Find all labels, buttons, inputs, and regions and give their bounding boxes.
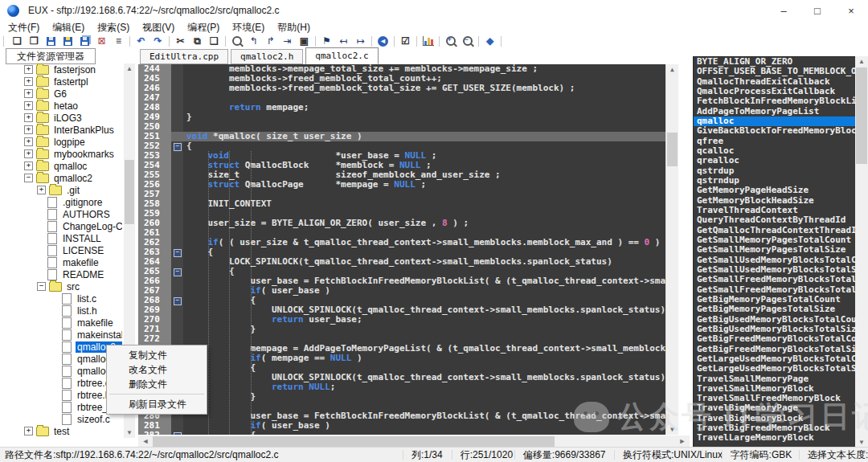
tree-item-qmalloc2-c[interactable]: qmalloc2.c	[0, 341, 122, 353]
menu-item-p[interactable]: 编程(P)	[181, 21, 226, 35]
tree-item-logpipe[interactable]: +logpipe	[0, 136, 122, 148]
code-editor[interactable]: ▲ ▼ 244 memblocks->mempage_total_size +=…	[138, 64, 678, 435]
copy-icon[interactable]: ⧉	[189, 35, 206, 48]
tree-item-install[interactable]: INSTALL	[0, 232, 122, 244]
symbol-item-travelsmallmemoryblock[interactable]: TravelSmallMemoryBlock	[694, 384, 855, 394]
scroll-thumb[interactable]	[856, 67, 867, 164]
symbol-item-getlargeusedmemoryblockstotalcoun[interactable]: GetLargeUsedMemoryBlocksTotalCoun	[694, 354, 855, 364]
fold-marker-icon[interactable]: −	[174, 143, 182, 151]
back-icon[interactable]: ◄	[375, 35, 391, 48]
code-line-249[interactable]: 249}	[138, 112, 678, 122]
tree-item-qmalloc[interactable]: +qmalloc	[0, 160, 122, 172]
code-line-267[interactable]: 267 if( user_base )	[138, 286, 678, 296]
symbol-item-getbigfreedmemoryblockstotalsize[interactable]: GetBigFreedMemoryBlocksTotalSize	[694, 345, 855, 354]
scroll-up-icon[interactable]: ▲	[124, 63, 135, 74]
code-line-256[interactable]: 256 struct QmallocPage *mempage = NULL ;	[138, 180, 678, 190]
expand-icon[interactable]: +	[24, 89, 33, 98]
menu-item-h[interactable]: 帮助(H)	[271, 21, 317, 35]
symbol-item-qrealloc[interactable]: qrealloc	[694, 156, 855, 166]
tree-item-fastertpl[interactable]: +fastertpl	[0, 76, 122, 88]
symbol-item-travelsmallmemorypage[interactable]: TravelSmallMemoryPage	[694, 374, 855, 384]
code-line-257[interactable]: 257	[138, 190, 678, 199]
expand-icon[interactable]: +	[24, 65, 33, 74]
expand-icon[interactable]: +	[24, 77, 33, 86]
goto-line-icon[interactable]: ⇥	[279, 35, 296, 48]
expand-icon[interactable]: +	[24, 113, 33, 122]
find-icon[interactable]	[228, 35, 245, 48]
scroll-up-icon[interactable]: ▲	[855, 56, 868, 67]
tree-item-makefile[interactable]: makefile	[0, 256, 122, 268]
find-in-files-icon[interactable]: ▣	[296, 35, 313, 48]
code-line-277[interactable]: 277 return NULL;	[138, 382, 678, 392]
symbol-item-qmallocthreadexitcallback[interactable]: QmallocThreadExitCallback	[694, 77, 855, 87]
code-line-271[interactable]: 271 }	[138, 325, 678, 334]
tree-item-sizeof-c[interactable]: sizeof.c	[0, 413, 122, 425]
symbol-item-qstrdup[interactable]: qstrdup	[694, 166, 855, 176]
menu-item-s[interactable]: 搜索(S)	[91, 21, 136, 35]
menu-item-f[interactable]: 文件(F)	[2, 21, 46, 35]
symbol-item-getbigmemorypagestotalsize[interactable]: GetBigMemoryPagesTotalSize	[694, 305, 855, 314]
undo-icon[interactable]: ↶	[133, 35, 149, 48]
tree-item-readme[interactable]: README	[0, 268, 122, 280]
symbol-item-getqmallocthreadcontextthreadid[interactable]: GetQmallocThreadContextThreadId	[694, 226, 855, 235]
symbol-item-qstrndup[interactable]: qstrndup	[694, 176, 855, 186]
expand-icon[interactable]: +	[37, 186, 46, 194]
code-line-246[interactable]: 246 memblocks->freed_memblock_total_size…	[138, 84, 678, 93]
context-menu-item-item[interactable]: 改名文件	[107, 362, 207, 377]
tree-item-qmalloc2[interactable]: qmalloc2.	[0, 353, 122, 365]
save-as-icon[interactable]	[59, 35, 76, 48]
code-line-251[interactable]: 251void *qmalloc( size_t user_size )	[138, 132, 678, 141]
fold-marker-icon[interactable]: −	[174, 268, 182, 276]
symbol-item-getsmallmemorypagestotalsize[interactable]: GetSmallMemoryPagesTotalSize	[694, 245, 855, 255]
symbol-item-travelbigmemorypage[interactable]: TravelBigMemoryPage	[694, 403, 855, 413]
bookmark-icon[interactable]: ⚑	[318, 35, 335, 48]
menu-item-e[interactable]: 环境(E)	[226, 21, 271, 35]
save-all-icon[interactable]	[76, 35, 93, 48]
code-line-270[interactable]: 270 return user_base;	[138, 315, 678, 325]
symbol-item-querythreadcontextbythreadid[interactable]: QueryThreadContextByThreadId	[694, 215, 855, 225]
code-line-260[interactable]: 260 user_size = BYTE_ALIGN_OR_ZERO( user…	[138, 219, 678, 228]
zoom-in-icon[interactable]: +	[442, 35, 459, 48]
expand-icon[interactable]: +	[24, 125, 33, 134]
symbol-item-offset-user-base-to-memblock-or-n[interactable]: OFFSET_USER_BASE_TO_MEMBLOCK_OR_N	[694, 67, 855, 76]
file-list-icon[interactable]: ≡	[110, 35, 127, 48]
code-line-244[interactable]: 244 memblocks->mempage_total_size += mem…	[138, 64, 678, 74]
paste-icon[interactable]: ❑	[206, 35, 223, 48]
file-tree[interactable]: +fasterjson+fastertpl+G6+hetao+iLOG3+Int…	[0, 63, 122, 438]
tree-item-rbtree-h[interactable]: rbtree.h	[0, 389, 122, 401]
editor-vscrollbar[interactable]: ▲ ▼	[665, 64, 678, 435]
symbol-item-getsmallmemorypagestotalcount[interactable]: GetSmallMemoryPagesTotalCount	[694, 235, 855, 245]
symbol-item-getmemoryblockheadsize[interactable]: GetMemoryBlockHeadSize	[694, 196, 855, 206]
scroll-right-icon[interactable]: ►	[677, 435, 688, 448]
code-line-258[interactable]: 258 INIT_CONTEXT	[138, 199, 678, 209]
tree-item-qmalloc2[interactable]: qmalloc2_	[0, 365, 122, 377]
code-line-250[interactable]: 250	[138, 122, 678, 132]
code-line-254[interactable]: 254 struct QmallocBlock *memblock = NULL…	[138, 161, 678, 170]
tree-item-hetao[interactable]: +hetao	[0, 100, 122, 112]
code-line-273[interactable]: 273 mempage = AddPageToMemoryPageList( &…	[138, 344, 678, 354]
fold-marker-icon[interactable]: −	[174, 297, 182, 305]
code-line-274[interactable]: 274 if( mempage == NULL )	[138, 354, 678, 363]
tree-item-rbtree-c[interactable]: rbtree.c	[0, 377, 122, 389]
tree-item-license[interactable]: LICENSE	[0, 244, 122, 256]
symbol-item-getmemorypageheadsize[interactable]: GetMemoryPageHeadSize	[694, 186, 855, 195]
expand-icon[interactable]: +	[24, 161, 33, 170]
tree-item-qmalloc2[interactable]: −qmalloc2	[0, 172, 122, 184]
symbol-item-getbigfreedmemoryblockstotalcount[interactable]: GetBigFreedMemoryBlocksTotalCount	[694, 334, 855, 344]
code-line-276[interactable]: 276 UNLOCK_SPINLOCK(t_qmalloc_thread_con…	[138, 373, 678, 382]
symbol-item-fetchblockinfreedmemoryblocklist[interactable]: FetchBlockInFreedMemoryBlockList	[694, 96, 855, 106]
symbol-item-getsmallfreedmemoryblockstotalcou[interactable]: GetSmallFreedMemoryBlocksTotalCou	[694, 275, 855, 284]
tab-editultra-cpp[interactable]: EditUltra.cpp	[140, 49, 228, 64]
symbol-item-qfree[interactable]: qfree	[694, 137, 855, 146]
menu-item-e[interactable]: 编辑(E)	[46, 21, 91, 35]
tree-item-makefile[interactable]: makefile	[0, 317, 122, 329]
replace-icon[interactable]: ↰	[245, 35, 262, 48]
code-line-259[interactable]: 259	[138, 209, 678, 219]
scroll-down-icon[interactable]: ▼	[666, 424, 678, 435]
fold-marker-icon[interactable]: −	[174, 249, 182, 257]
code-line-262[interactable]: 262 if( ( user_size & t_qmalloc_thread_c…	[138, 238, 678, 247]
symbol-item-getsmallusedmemoryblockstotalsize[interactable]: GetSmallUsedMemoryBlocksTotalSize	[694, 265, 855, 275]
scroll-thumb[interactable]	[125, 160, 134, 224]
close-button[interactable]: ×	[834, 0, 868, 21]
symbol-list[interactable]: BYTE_ALIGN_OR_ZEROOFFSET_USER_BASE_TO_ME…	[693, 56, 856, 448]
